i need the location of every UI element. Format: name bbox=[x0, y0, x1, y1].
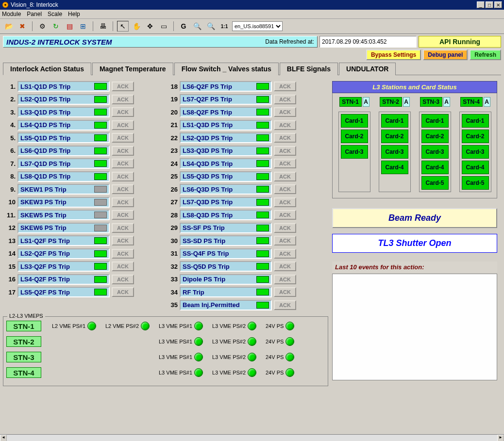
ack-button[interactable]: ACK bbox=[112, 107, 134, 117]
card-status: Card-1 bbox=[462, 114, 489, 128]
trip-row: 35Beam Inj.PermittedACK bbox=[165, 300, 320, 310]
horizontal-scrollbar[interactable]: ◄► bbox=[0, 434, 504, 441]
tab-interlock-action-status[interactable]: Interlock Action Status bbox=[3, 63, 91, 75]
station-ab: A bbox=[363, 97, 370, 107]
zoom-out-icon[interactable]: 🔍 bbox=[205, 21, 217, 32]
ack-button[interactable]: ACK bbox=[112, 184, 134, 194]
trip-index: 5. bbox=[3, 134, 16, 142]
ack-button[interactable]: ACK bbox=[274, 82, 296, 91]
ack-button[interactable]: ACK bbox=[274, 236, 296, 245]
card-status: Card-4 bbox=[462, 161, 489, 174]
minimize-button[interactable]: _ bbox=[477, 1, 485, 8]
vmeps-cell: L3 VME PS#1 bbox=[159, 368, 210, 377]
close-window-button[interactable]: ✕ bbox=[494, 1, 502, 8]
ack-button[interactable]: ACK bbox=[274, 197, 296, 207]
ack-button[interactable]: ACK bbox=[112, 95, 134, 104]
zoom-in-icon[interactable]: 🔍 bbox=[191, 21, 203, 32]
ack-button[interactable]: ACK bbox=[274, 210, 296, 220]
cursor-icon[interactable]: ↖ bbox=[117, 21, 129, 32]
history-icon[interactable]: ↻ bbox=[50, 21, 62, 32]
ack-button[interactable]: ACK bbox=[112, 197, 134, 207]
tab-blfe-signals[interactable]: BLFE Signals bbox=[280, 63, 338, 75]
trip-status: LS7-Q3D PS Trip bbox=[180, 197, 272, 208]
trip-row: 12SKEW6 PS TripACK bbox=[3, 223, 158, 233]
ack-button[interactable]: ACK bbox=[112, 159, 134, 168]
ack-button[interactable]: ACK bbox=[112, 210, 134, 220]
tab-flow-switch-valves-status[interactable]: Flow Switch _ Valves status bbox=[174, 63, 279, 75]
gear-icon[interactable]: ⚙ bbox=[36, 21, 48, 32]
maximize-button[interactable]: □ bbox=[486, 1, 493, 8]
ack-button[interactable]: ACK bbox=[112, 287, 134, 297]
trip-label: LS5-Q3D PS Trip bbox=[183, 173, 233, 180]
trip-row: 4.LS4-Q1D PS TripACK bbox=[3, 120, 158, 131]
tab-undulator[interactable]: UNDULATOR bbox=[339, 63, 396, 75]
trip-label: LS1-Q1D PS Trip bbox=[20, 83, 70, 90]
status-led bbox=[194, 337, 203, 346]
ack-button[interactable]: ACK bbox=[274, 249, 296, 259]
ack-button[interactable]: ACK bbox=[112, 249, 134, 259]
events-list bbox=[332, 274, 497, 380]
layers-icon[interactable]: ▤ bbox=[64, 21, 75, 32]
vmeps-label: L3 VME PS#1 bbox=[159, 323, 192, 329]
trip-index: 2. bbox=[3, 96, 16, 103]
ack-button[interactable]: ACK bbox=[274, 172, 296, 181]
trip-row: 34RF TripACK bbox=[165, 287, 320, 297]
g-tool-icon[interactable]: G bbox=[178, 21, 189, 32]
tree-icon[interactable]: ⊞ bbox=[77, 21, 89, 32]
ack-button[interactable]: ACK bbox=[274, 184, 296, 194]
vmeps-label: L3 VME PS#1 bbox=[159, 339, 192, 344]
trip-label: SKEW5 PS Trip bbox=[20, 212, 67, 219]
trip-label: LS4-Q3D PS Trip bbox=[183, 160, 233, 167]
open-icon[interactable]: 📂 bbox=[3, 21, 15, 32]
ack-button[interactable]: ACK bbox=[112, 236, 134, 245]
move-icon[interactable]: ✥ bbox=[144, 21, 156, 32]
ack-button[interactable]: ACK bbox=[274, 275, 296, 284]
ack-button[interactable]: ACK bbox=[274, 159, 296, 168]
menu-module[interactable]: Module bbox=[2, 11, 21, 17]
menu-scale[interactable]: Scale bbox=[48, 11, 62, 17]
ack-button[interactable]: ACK bbox=[274, 133, 296, 143]
zoom-reset[interactable]: 1:1 bbox=[218, 21, 230, 32]
ack-button[interactable]: ACK bbox=[274, 95, 296, 104]
vmeps-cell: L3 VME PS#2 bbox=[212, 322, 264, 330]
status-led bbox=[286, 353, 294, 361]
ack-button[interactable]: ACK bbox=[112, 172, 134, 181]
trip-status: SS-Q4F PS Trip bbox=[180, 248, 272, 259]
card-status: Card-2 bbox=[462, 130, 489, 143]
ack-button[interactable]: ACK bbox=[274, 107, 296, 117]
trip-index: 26 bbox=[165, 186, 178, 193]
ack-button[interactable]: ACK bbox=[112, 261, 134, 271]
trip-row: 30SS-SD PS TripACK bbox=[165, 235, 320, 246]
card-status: Card-1 bbox=[421, 114, 449, 128]
card-status: Card-5 bbox=[462, 176, 489, 190]
menu-help[interactable]: Help bbox=[68, 11, 80, 17]
ack-button[interactable]: ACK bbox=[274, 120, 296, 130]
trip-row: 32SS-Q5D PS TripACK bbox=[165, 261, 320, 272]
ack-button[interactable]: ACK bbox=[112, 120, 134, 130]
close-icon[interactable]: ✖ bbox=[17, 21, 28, 32]
rect-icon[interactable]: ▭ bbox=[158, 21, 169, 32]
refresh-button[interactable]: Refresh bbox=[470, 49, 501, 60]
bypass-settings-button[interactable]: Bypass Settings bbox=[366, 49, 421, 60]
trip-row: 22LS2-Q3D PS TripACK bbox=[165, 132, 320, 143]
print-icon[interactable]: 🖶 bbox=[97, 21, 109, 32]
ack-button[interactable]: ACK bbox=[274, 287, 296, 297]
station-name: STN-3 bbox=[420, 97, 442, 107]
menu-panel[interactable]: Panel bbox=[27, 11, 42, 17]
ack-button[interactable]: ACK bbox=[274, 300, 296, 310]
ack-button[interactable]: ACK bbox=[274, 223, 296, 233]
locale-selector[interactable]: en_US.iso88591 bbox=[232, 21, 283, 31]
trip-index: 28 bbox=[165, 212, 178, 219]
ack-button[interactable]: ACK bbox=[274, 146, 296, 156]
tab-magnet-temperature[interactable]: Magnet Temperature bbox=[92, 63, 173, 75]
debug-panel-button[interactable]: Debug panel bbox=[423, 49, 468, 60]
ack-button[interactable]: ACK bbox=[112, 275, 134, 284]
trip-row: 13LS1-Q2F PS TripACK bbox=[3, 235, 158, 246]
ack-button[interactable]: ACK bbox=[112, 82, 134, 91]
hand-icon[interactable]: ✋ bbox=[131, 21, 142, 32]
ack-button[interactable]: ACK bbox=[274, 261, 296, 271]
ack-button[interactable]: ACK bbox=[112, 133, 134, 143]
ack-button[interactable]: ACK bbox=[112, 223, 134, 233]
ack-button[interactable]: ACK bbox=[112, 146, 134, 156]
trip-status: LS4-Q3D PS Trip bbox=[180, 158, 272, 169]
